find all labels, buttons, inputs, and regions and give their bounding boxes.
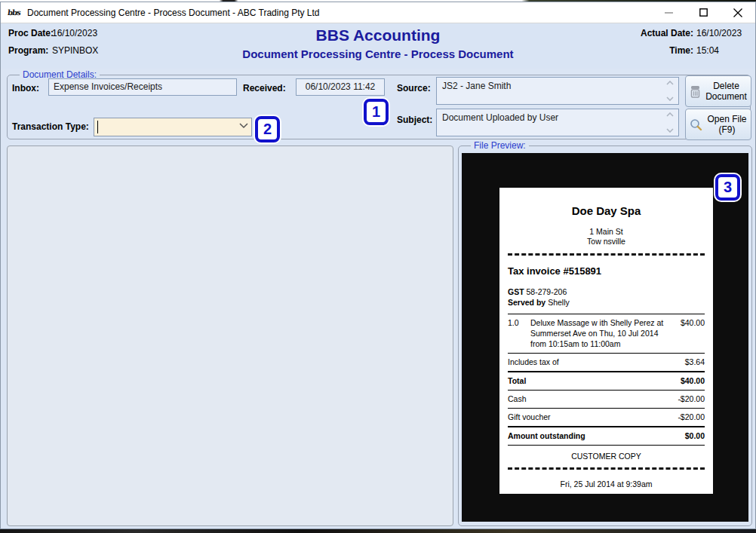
close-button[interactable] — [721, 2, 755, 23]
open-file-button[interactable]: Open File (F9) — [685, 109, 751, 140]
file-preview-group-label: File Preview: — [471, 140, 529, 151]
receipt-row-total: Total $40.00 — [508, 371, 705, 390]
receipt-gst-line: GST 58-279-206 — [508, 286, 705, 297]
delete-document-button[interactable]: Delete Document — [685, 75, 751, 107]
chevron-up-icon[interactable] — [666, 81, 674, 85]
receipt-address-line2: Tow nsville — [508, 237, 705, 247]
magnifier-icon — [690, 118, 702, 131]
receipt-preview: Doe Day Spa 1 Main St Tow nsville Tax in… — [499, 188, 713, 494]
received-field[interactable]: 06/10/2023 11:42 — [296, 78, 385, 96]
receipt-invoice-title: Tax invoice #515891 — [508, 265, 705, 277]
bbs-logo-icon: bbs — [7, 7, 22, 19]
text-caret — [97, 121, 98, 133]
annotation-badge-1: 1 — [364, 99, 389, 125]
maximize-button[interactable] — [686, 2, 721, 23]
document-work-area — [7, 146, 453, 526]
header-band: Proc Date: 16/10/2023 Program: SYPINBOX … — [1, 23, 755, 69]
window-title: Document Processing Centre - Process Doc… — [27, 8, 320, 18]
actual-date-value: 16/10/2023 — [696, 28, 749, 38]
annotation-badge-3: 3 — [715, 174, 740, 201]
receipt-dashed-divider — [508, 467, 705, 470]
item-qty: 1.0 — [508, 317, 530, 349]
maximize-icon — [699, 8, 708, 17]
receipt-line-item: 1.0 Deluxe Massage w ith Shelly Perez at… — [508, 314, 705, 353]
transaction-type-combobox[interactable] — [94, 118, 252, 136]
source-text: JS2 - Jane Smith — [442, 81, 659, 91]
app-subtitle: Document Processing Centre - Process Doc… — [1, 47, 755, 60]
receipt-footer-date: Fri, 25 Jul 2014 at 9:39am — [508, 479, 705, 489]
app-window: bbs Document Processing Centre - Process… — [0, 0, 756, 533]
desktop-bottom-sliver — [0, 529, 756, 533]
delete-button-label-line1: Delete — [713, 81, 739, 91]
minimize-button[interactable] — [651, 2, 686, 23]
time-label: Time: — [669, 45, 693, 56]
source-scrollbar[interactable] — [663, 79, 677, 103]
inbox-field[interactable]: Expense Invoices/Receipts — [48, 78, 237, 96]
minimize-icon — [665, 8, 673, 17]
delete-button-label-line2: Document — [705, 91, 747, 102]
window-frame: bbs Document Processing Centre - Process… — [0, 2, 756, 529]
chevron-down-icon[interactable] — [666, 128, 674, 133]
receipt-address-line1: 1 Main St — [508, 227, 705, 237]
subject-field[interactable]: Document Uploaded by User — [436, 109, 679, 136]
receipt-row-tax: Includes tax of $3.64 — [508, 353, 705, 371]
subject-text: Document Uploaded by User — [442, 112, 659, 123]
receipt-dashed-divider — [508, 253, 705, 256]
chevron-up-icon[interactable] — [666, 112, 674, 117]
inbox-label: Inbox: — [12, 83, 39, 93]
subject-scrollbar[interactable] — [663, 111, 677, 134]
open-button-label-line2: (F9) — [719, 124, 736, 135]
chevron-down-icon[interactable] — [666, 96, 674, 101]
titlebar: bbs Document Processing Centre - Process… — [1, 2, 755, 23]
file-preview-group: File Preview: 3 Doe Day Spa 1 Main St To… — [458, 146, 752, 526]
receipt-customer-copy: CUSTOMER COPY — [508, 445, 705, 467]
received-label: Received: — [243, 83, 286, 93]
receipt-row-gift-voucher: Gift voucher -$20.00 — [508, 408, 705, 426]
source-field[interactable]: JS2 - Jane Smith — [436, 77, 679, 105]
source-label: Source: — [397, 83, 431, 93]
chevron-down-icon[interactable] — [239, 123, 248, 129]
receipt-store-name: Doe Day Spa — [508, 204, 705, 217]
receipt-row-cash: Cash -$20.00 — [508, 390, 705, 408]
file-preview-canvas: 3 Doe Day Spa 1 Main St Tow nsville Tax … — [462, 153, 748, 522]
item-price: $40.00 — [671, 317, 705, 349]
trash-icon — [690, 85, 701, 98]
annotation-badge-2: 2 — [255, 116, 280, 142]
open-button-label-line1: Open File — [707, 114, 746, 124]
subject-label: Subject: — [397, 115, 432, 125]
item-description: Deluxe Massage w ith Shelly Perez at Sum… — [530, 317, 671, 349]
receipt-served-by-line: Served by Shelly — [508, 297, 705, 308]
document-details-group: Document Details: Inbox: Expense Invoice… — [7, 75, 751, 139]
transaction-type-label: Transaction Type: — [12, 121, 89, 132]
time-value: 15:04 — [696, 45, 749, 56]
receipt-row-amount-outstanding: Amount outstanding $0.00 — [508, 426, 705, 445]
close-icon — [733, 8, 742, 17]
actual-date-label: Actual Date: — [641, 28, 693, 38]
